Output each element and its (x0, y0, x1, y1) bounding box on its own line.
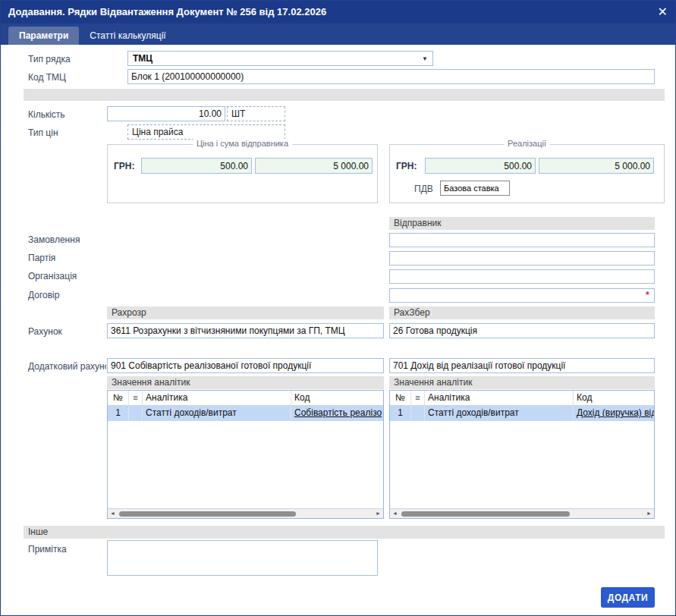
contract-input[interactable] (389, 288, 655, 303)
table-row[interactable]: 1 Статті доходів/витрат Собівартість реа… (108, 406, 383, 421)
scrollbar-track[interactable] (118, 511, 373, 517)
realization-currency-label: ГРН: (396, 161, 417, 171)
tab-bar: Параметри Статті калькуляції (1, 24, 675, 45)
section-divider (24, 89, 665, 101)
cell-analytics: Статті доходів/витрат (425, 406, 574, 421)
required-asterisk: * (646, 290, 649, 300)
sort-icon[interactable]: ≡ (129, 391, 143, 406)
table-header-row: № ≡ Аналітика Код (390, 391, 654, 406)
column-header-code[interactable]: Код (291, 391, 383, 406)
extra-account-right-input[interactable] (389, 358, 655, 373)
account-label: Рахунок (28, 326, 104, 337)
organization-label: Організація (28, 271, 112, 281)
realization-price-input[interactable] (425, 158, 536, 174)
note-textarea[interactable] (107, 540, 378, 576)
sender-price-input[interactable] (141, 158, 252, 174)
price-type-label: Тип цін (28, 127, 104, 138)
quantity-unit-field: ШТ (227, 106, 285, 121)
add-button[interactable]: ДОДАТИ (601, 587, 655, 608)
account-right-input[interactable] (389, 323, 655, 338)
tmc-code-input[interactable] (127, 69, 655, 84)
realization-fieldset: Реалізації ГРН: ПДВ Базова ставка (389, 144, 665, 203)
row-type-label: Тип рядка (28, 54, 112, 64)
column-header-analytics[interactable]: Аналітика (425, 391, 574, 406)
extra-account-left-input[interactable] (107, 358, 384, 373)
cell-row-icon (411, 406, 425, 421)
horizontal-scrollbar[interactable]: ◄ ► (390, 508, 654, 518)
cell-code-link[interactable]: Дохід (виручка) від (574, 406, 654, 421)
batch-label: Партія (28, 253, 112, 263)
tab-calculation-items[interactable]: Статті калькуляції (79, 27, 176, 45)
row-type-select[interactable]: ТМЦ ▼ (127, 51, 433, 66)
other-section-header: Інше (24, 526, 665, 539)
scroll-right-icon[interactable]: ► (373, 509, 383, 518)
account-left-input[interactable] (107, 323, 384, 338)
scrollbar-thumb[interactable] (401, 511, 570, 517)
table-row[interactable]: 1 Статті доходів/витрат Дохід (виручка) … (390, 406, 654, 421)
analytics-left-header: Значення аналітик (107, 376, 384, 389)
table-header-row: № ≡ Аналітика Код (108, 391, 383, 406)
sort-icon[interactable]: ≡ (411, 391, 425, 406)
horizontal-scrollbar[interactable]: ◄ ► (108, 508, 383, 518)
analytics-right-header: Значення аналітик (389, 376, 655, 389)
contract-label: Договір (28, 290, 112, 300)
sender-sum-input[interactable] (255, 158, 373, 174)
sender-section-header: Відправник (389, 217, 655, 230)
cell-analytics: Статті доходів/витрат (143, 406, 291, 421)
title-bar: Додавання. Рядки Відвантаження Документ … (1, 1, 675, 24)
scroll-right-icon[interactable]: ► (644, 509, 654, 518)
vat-select[interactable]: Базова ставка (440, 181, 510, 196)
sender-price-fieldset: Ціна і сума відправника ГРН: (107, 144, 378, 203)
extra-account-label: Додатковий рахунок (28, 361, 106, 372)
cell-num: 1 (108, 406, 129, 421)
vat-label: ПДВ (414, 184, 433, 194)
scrollbar-thumb[interactable] (119, 511, 296, 517)
tab-parameters[interactable]: Параметри (8, 27, 79, 45)
dialog-window: Додавання. Рядки Відвантаження Документ … (0, 0, 676, 616)
cell-code-link[interactable]: Собівартість реалізо (291, 406, 383, 421)
row-type-value: ТМЦ (133, 53, 152, 64)
column-header-analytics[interactable]: Аналітика (143, 391, 291, 406)
scroll-left-icon[interactable]: ◄ (108, 509, 118, 518)
sender-price-legend: Ціна і сума відправника (193, 139, 292, 148)
scroll-left-icon[interactable]: ◄ (390, 509, 400, 518)
column-header-num[interactable]: № (108, 391, 129, 406)
scrollbar-track[interactable] (400, 511, 644, 517)
close-icon[interactable]: ✕ (658, 1, 668, 24)
batch-input[interactable] (389, 251, 655, 266)
order-input[interactable] (389, 233, 655, 247)
analytics-left-table: № ≡ Аналітика Код 1 Статті доходів/витра… (107, 390, 384, 519)
chevron-down-icon: ▼ (422, 55, 428, 62)
cell-row-icon (129, 406, 143, 421)
dialog-title: Додавання. Рядки Відвантаження Документ … (8, 1, 326, 24)
note-label: Примітка (28, 544, 104, 555)
column-header-num[interactable]: № (390, 391, 411, 406)
organization-input[interactable] (389, 269, 655, 284)
analytics-right-table: № ≡ Аналітика Код 1 Статті доходів/витра… (389, 390, 655, 519)
quantity-label: Кількість (28, 109, 104, 120)
order-label: Замовлення (28, 234, 112, 245)
sender-currency-label: ГРН: (114, 161, 134, 171)
cell-num: 1 (390, 406, 411, 421)
tmc-code-label: Код ТМЦ (28, 72, 112, 83)
realization-legend: Реалізації (504, 139, 550, 148)
rahrozr-header: Рахрозр (107, 306, 384, 319)
price-type-field: Ціна прайса (127, 124, 285, 140)
quantity-input[interactable] (107, 106, 225, 121)
realization-sum-input[interactable] (539, 158, 654, 174)
rahzber-header: РахЗбер (389, 306, 655, 319)
column-header-code[interactable]: Код (574, 391, 654, 406)
